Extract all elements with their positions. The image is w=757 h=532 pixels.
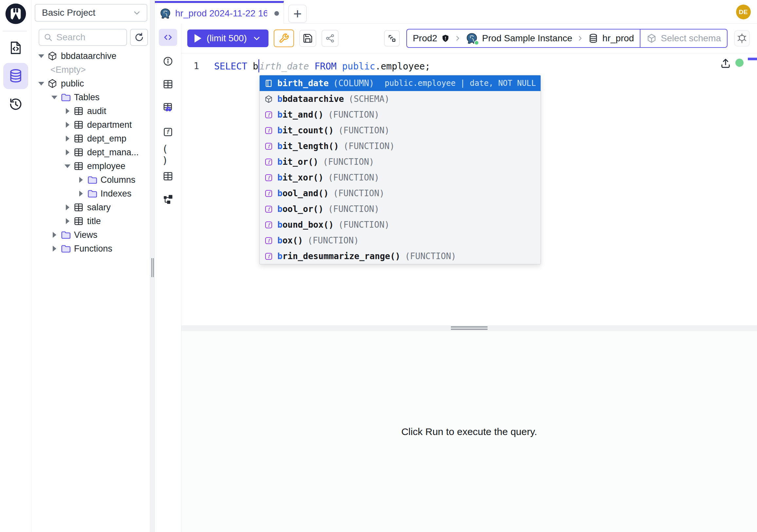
instance-label: Prod Sample Instance <box>482 33 572 44</box>
autocomplete-item[interactable]: f bool_and() (FUNCTION) <box>260 185 541 201</box>
worksheet-icon[interactable] <box>8 40 24 56</box>
autocomplete-item[interactable]: f bit_count() (FUNCTION) <box>260 122 541 138</box>
sidebar-resize-handle[interactable] <box>150 0 155 532</box>
tree-item[interactable]: public <box>31 77 150 90</box>
schema-cube-icon <box>646 33 657 44</box>
history-icon[interactable] <box>8 96 24 112</box>
chevron-right-icon[interactable] <box>63 136 72 141</box>
chevron-right-icon[interactable] <box>76 191 85 197</box>
autocomplete-item[interactable]: f bit_length() (FUNCTION) <box>260 138 541 154</box>
inline-suggestion: irth_date <box>259 61 309 72</box>
tab-hr-prod[interactable]: hr_prod 2024-11-22 16:49 <box>155 1 284 24</box>
schema-sidebar: Basic Project <box>31 0 150 532</box>
save-button[interactable] <box>299 30 316 47</box>
svg-text:f: f <box>268 190 271 196</box>
table-info-icon[interactable] <box>162 78 174 90</box>
folder-icon <box>60 230 71 240</box>
tree-item[interactable]: Tables <box>31 90 150 104</box>
connection-path[interactable]: Prod2 <box>407 29 640 47</box>
search-input[interactable] <box>56 32 122 43</box>
info-icon[interactable] <box>162 55 174 67</box>
autocomplete-item[interactable]: f bit_or() (FUNCTION) <box>260 154 541 170</box>
share-icon <box>325 33 335 43</box>
schema-selector[interactable]: Select schema <box>640 29 727 47</box>
chevron-down-icon[interactable] <box>37 82 46 85</box>
project-selector[interactable]: Basic Project <box>35 4 147 22</box>
chevron-down-icon[interactable] <box>63 165 72 168</box>
suggestion-kind: (FUNCTION) <box>333 188 385 198</box>
autocomplete-item[interactable]: f bit_and() (FUNCTION) <box>260 107 541 122</box>
suggestion-label: bit_and() <box>277 110 323 120</box>
schema-diagram-icon[interactable] <box>162 193 174 205</box>
autocomplete-item[interactable]: f bound_box() (FUNCTION) <box>260 217 541 233</box>
autocomplete-item[interactable]: f bbdataarchive (SCHEMA) <box>260 91 541 107</box>
autocomplete-item[interactable]: f birth_date (COLUMN) public.employee | … <box>260 75 541 91</box>
function-icon: f <box>264 173 273 182</box>
table-explore-icon[interactable] <box>162 102 174 113</box>
column-icon <box>264 79 273 88</box>
chevron-right-icon[interactable] <box>63 204 72 210</box>
panel-resize-handle[interactable] <box>181 325 757 331</box>
sql-editor[interactable]: 1 SELECT birth_date FROM public.employee… <box>181 53 757 325</box>
chevron-right-icon[interactable] <box>76 177 85 183</box>
autocomplete-item[interactable]: f bit_xor() (FUNCTION) <box>260 170 541 185</box>
chevron-right-icon[interactable] <box>63 218 72 224</box>
suggestion-label: bbdataarchive <box>277 94 344 104</box>
table-icon <box>73 161 84 171</box>
tree-item[interactable]: Functions <box>31 242 150 256</box>
function-icon: f <box>264 220 273 229</box>
function-icon[interactable]: f <box>162 126 174 138</box>
ai-assistant-button[interactable] <box>734 30 750 47</box>
database-nav-active[interactable] <box>3 63 28 89</box>
chevron-right-icon[interactable] <box>63 108 72 114</box>
autocomplete-item[interactable]: f box() (FUNCTION) <box>260 233 541 248</box>
run-button[interactable]: (limit 500) <box>187 29 268 47</box>
admin-wrench-button[interactable] <box>274 29 294 47</box>
avatar[interactable]: DE <box>736 5 751 19</box>
tree-item-label: employee <box>87 161 125 171</box>
connection-breadcrumb[interactable]: Prod2 <box>406 29 728 48</box>
tree-item[interactable]: dept_emp <box>31 132 150 145</box>
refresh-button[interactable] <box>130 29 148 46</box>
autocomplete-item[interactable]: f bool_or() (FUNCTION) <box>260 201 541 217</box>
tree-item[interactable]: bbdataarchive <box>31 49 150 63</box>
tree-item[interactable]: department <box>31 118 150 132</box>
sql-statement: SELECT birth_date FROM public.employee; <box>214 59 430 73</box>
tree-item[interactable]: Indexes <box>31 187 150 201</box>
suggestion-kind: (FUNCTION) <box>405 251 456 261</box>
schema-tree: bbdataarchive <box>31 49 150 256</box>
rail-separator <box>3 31 27 31</box>
search-box[interactable] <box>39 29 127 46</box>
share-button[interactable] <box>321 30 339 47</box>
batch-query-button[interactable] <box>384 30 400 47</box>
chevron-right-icon <box>454 34 462 42</box>
batch-query-icon <box>387 33 397 44</box>
chevron-right-icon[interactable] <box>63 149 72 155</box>
new-tab-button[interactable]: + <box>288 5 307 23</box>
tree-item[interactable]: title <box>31 214 150 228</box>
tree-item-label: public <box>61 78 84 89</box>
chevron-down-icon[interactable] <box>50 96 59 99</box>
tree-item[interactable]: Views <box>31 228 150 242</box>
tree-item[interactable]: <Empty> <box>31 63 150 77</box>
tree-item[interactable]: employee <box>31 159 150 173</box>
tree-item[interactable]: audit <box>31 104 150 118</box>
postgresql-icon <box>466 32 478 45</box>
environment-label: Prod2 <box>413 33 438 44</box>
tree-item[interactable]: Columns <box>31 173 150 187</box>
parentheses-icon[interactable]: ( ) <box>162 149 174 161</box>
tree-item[interactable]: salary <box>31 201 150 214</box>
bytebase-logo[interactable] <box>4 2 27 25</box>
suggestion-kind: (FUNCTION) <box>328 172 379 182</box>
chevron-right-icon[interactable] <box>50 246 59 252</box>
chevron-right-icon[interactable] <box>63 122 72 128</box>
results-empty-message: Click Run to execute the query. <box>402 426 537 437</box>
sql-editor-mode-button[interactable] <box>159 29 177 46</box>
tree-item[interactable]: dept_mana... <box>31 145 150 159</box>
upload-icon[interactable] <box>720 57 732 69</box>
chevron-right-icon[interactable] <box>50 232 59 238</box>
openai-icon <box>736 33 747 44</box>
autocomplete-item[interactable]: f brin_desummarize_range() (FUNCTION) <box>260 248 541 264</box>
table-data-icon[interactable] <box>162 170 174 182</box>
chevron-down-icon[interactable] <box>37 54 46 58</box>
